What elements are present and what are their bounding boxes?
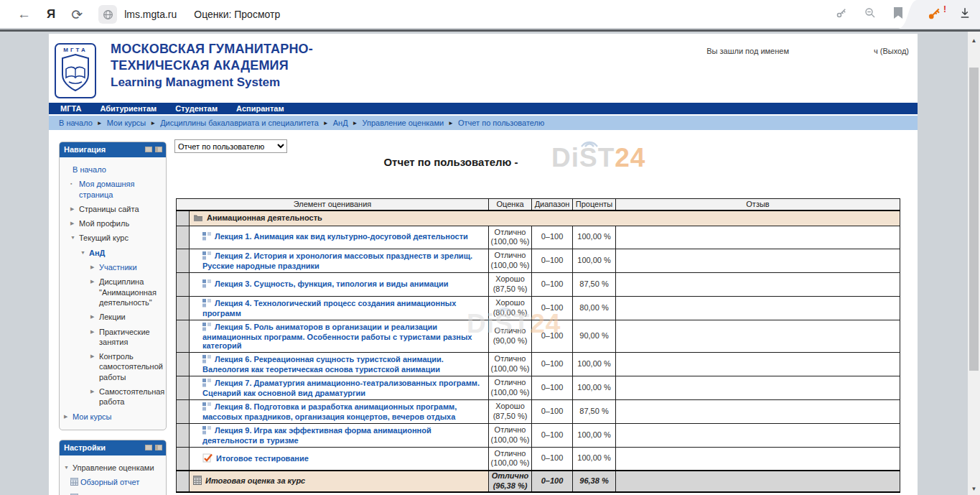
lesson-icon <box>202 379 211 389</box>
collapsed-marker-icon: ▶ <box>64 412 73 420</box>
address-bar[interactable]: lms.mgta.ru Оценки: Просмотр <box>98 5 280 24</box>
alert-badge: ! <box>943 4 946 14</box>
sidebar-item[interactable]: Отчет по пользователю <box>62 491 164 495</box>
percent-cell: 90,00 % <box>573 320 616 352</box>
grade-percent: (80,00 %) <box>490 308 530 318</box>
breadcrumb-item[interactable]: Дисциплины бакалавриата и специалитета <box>160 119 319 127</box>
indent-cell <box>177 273 190 297</box>
feedback-cell <box>616 273 900 297</box>
collapse-block-icon[interactable] <box>145 147 152 152</box>
tab-edge <box>898 0 917 29</box>
category-row: Анимационная деятельность <box>177 211 900 226</box>
indent-cell <box>177 249 190 273</box>
back-icon[interactable]: ← <box>17 6 31 22</box>
indent-cell <box>177 399 190 423</box>
lesson-icon <box>202 426 211 436</box>
category-cell: Анимационная деятельность <box>190 211 900 226</box>
sidebar-item-label: Дисциплина "Анимационная деятельность" <box>99 277 164 307</box>
table-row: Итоговое тестированиеОтлично(100,00 %)0–… <box>177 447 900 471</box>
total-percent-cell: 96,38 % <box>573 471 616 492</box>
indent-cell <box>177 423 190 447</box>
scroll-down-icon[interactable]: ▼ <box>968 486 980 492</box>
breadcrumb-item[interactable]: В начало <box>59 119 93 127</box>
breadcrumb-separator-icon: ► <box>353 120 358 126</box>
percent-cell: 87,50 % <box>573 273 616 297</box>
dock-block-icon[interactable] <box>155 147 162 152</box>
breadcrumb-item[interactable]: Отчет по пользователю <box>458 119 544 127</box>
grade-word: Хорошо <box>490 298 530 308</box>
sidebar-item[interactable]: Обзорный отчет <box>62 475 164 490</box>
breadcrumb-separator-icon: ► <box>150 120 156 126</box>
browser-side-panel: ! <box>917 0 980 29</box>
download-icon[interactable] <box>958 6 971 22</box>
academy-logo: МГТА <box>55 43 96 98</box>
item-name-cell: Лекция 6. Рекреационная сущность туристс… <box>190 352 489 376</box>
item-link[interactable]: Лекция 6. Рекреационная сущность туристс… <box>202 355 444 374</box>
grades-report-icon <box>70 493 80 495</box>
indent-cell <box>177 320 190 352</box>
breadcrumb-item[interactable]: Управление оценками <box>363 119 444 127</box>
sidebar-item[interactable]: ▶Мои курсы <box>62 410 164 424</box>
item-link[interactable]: Лекция 1. Анимация как вид культурно-дос… <box>215 232 468 241</box>
indent-cell <box>177 296 190 320</box>
lesson-icon <box>202 232 211 242</box>
breadcrumb: В начало►Мои курсы►Дисциплины бакалавриа… <box>49 116 918 130</box>
item-link[interactable]: Лекция 3. Сущность, функция, типология и… <box>215 279 449 288</box>
breadcrumb-item[interactable]: Мои курсы <box>107 119 146 127</box>
sidebar-item[interactable]: В начало <box>62 162 164 177</box>
collapse-block-icon[interactable] <box>145 445 152 450</box>
nav-menu-item[interactable]: Абитуриентам <box>100 104 157 113</box>
indent-cell <box>177 447 190 471</box>
sidebar-item[interactable]: ▪Моя домашняя страница <box>62 177 164 202</box>
nav-menu-item[interactable]: Аспирантам <box>236 104 284 113</box>
item-name-cell: Лекция 2. История и хронология массовых … <box>190 249 489 273</box>
item-link[interactable]: Лекция 7. Драматургия анимационно-театра… <box>202 379 480 397</box>
refresh-icon[interactable]: ⟳ <box>71 6 83 23</box>
col-header-grade: Оценка <box>489 199 532 211</box>
vertical-scrollbar[interactable]: ▲ ▼ <box>968 32 980 495</box>
dock-block-icon[interactable] <box>155 445 162 450</box>
percent-cell: 100,00 % <box>573 249 616 273</box>
sidebar-item-label: Моя домашняя страница <box>79 179 164 200</box>
grade-percent: (87,50 %) <box>490 284 530 295</box>
sidebar: Навигация В начало▪Моя домашняя страница… <box>59 142 167 495</box>
collapsed-marker-icon: ▶ <box>90 262 99 270</box>
zoom-icon[interactable] <box>864 6 877 22</box>
sidebar-item-label: Управление оценками <box>73 463 154 473</box>
percent-cell: 100,00 % <box>573 226 616 249</box>
nav-menu-item[interactable]: МГТА <box>60 104 81 113</box>
academy-line2: ТЕХНИЧЕСКАЯ АКАДЕМИЯ <box>111 57 313 74</box>
grade-word: Отлично <box>490 251 530 261</box>
item-link[interactable]: Лекция 2. История и хронология массовых … <box>202 251 472 270</box>
password-alert-icon[interactable]: ! <box>927 7 941 22</box>
total-grade-cell: Отлично(96,38 %) <box>489 471 532 492</box>
sidebar-item[interactable]: ▼АнД <box>62 246 164 260</box>
item-link[interactable]: Лекция 8. Подготовка и разработка анимац… <box>202 402 457 421</box>
report-select[interactable]: Отчет по пользователю <box>174 139 287 153</box>
item-link[interactable]: Лекция 5. Роль аниматоров в организации … <box>202 323 472 350</box>
bullet-marker-icon: ▪ <box>70 179 79 187</box>
item-name-cell: Итоговое тестирование <box>190 447 489 471</box>
breadcrumb-item[interactable]: АнД <box>333 119 348 127</box>
item-name-cell: Лекция 7. Драматургия анимационно-театра… <box>190 376 489 399</box>
percent-cell: 100,00 % <box>573 423 616 447</box>
feedback-cell <box>616 226 900 249</box>
scroll-up-icon[interactable]: ▲ <box>968 37 980 44</box>
sidebar-item[interactable]: ▶Участники <box>62 260 164 274</box>
item-link[interactable]: Лекция 9. Игра как эффективная форма ани… <box>202 426 431 445</box>
folder-icon <box>193 214 203 223</box>
page-url[interactable]: lms.mgta.ru <box>124 9 177 20</box>
item-link[interactable]: Итоговое тестирование <box>216 454 309 463</box>
item-link[interactable]: Лекция 4. Технологический процесс создан… <box>202 299 456 318</box>
logout-link[interactable]: ч (Выход) <box>874 47 909 55</box>
item-name-cell: Лекция 5. Роль аниматоров в организации … <box>190 320 489 352</box>
scrollbar-thumb[interactable] <box>969 68 979 371</box>
yandex-logo[interactable]: Я <box>47 7 55 22</box>
grade-percent: (100,00 %) <box>490 237 530 247</box>
password-key-icon[interactable] <box>835 6 848 22</box>
breadcrumb-separator-icon: ► <box>97 120 103 126</box>
nav-menu-item[interactable]: Студентам <box>175 104 218 113</box>
lesson-icon <box>202 355 211 365</box>
sidebar-item-label: В начало <box>73 165 106 175</box>
range-cell: 0–100 <box>532 320 573 352</box>
